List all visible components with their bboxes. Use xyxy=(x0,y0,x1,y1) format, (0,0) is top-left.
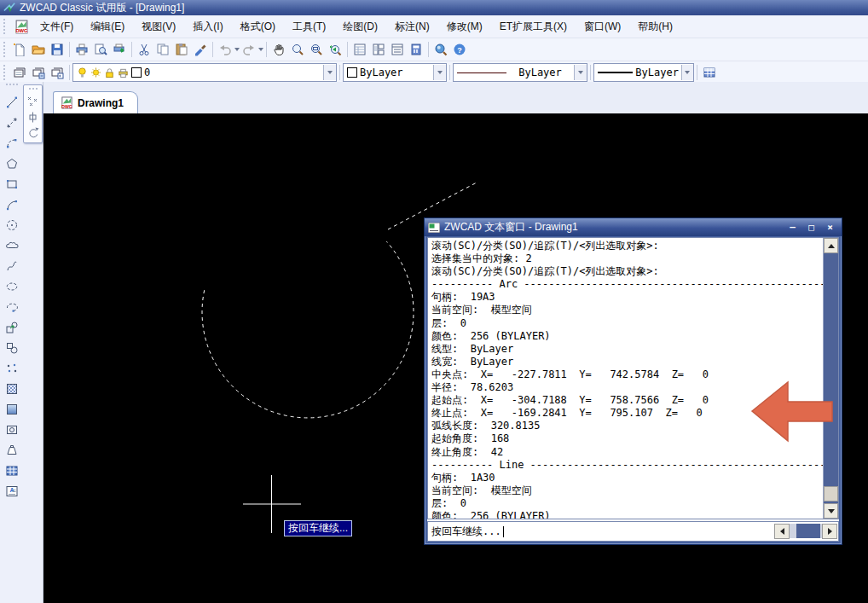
ellipse-icon xyxy=(5,280,19,293)
quick-calculator-button[interactable] xyxy=(407,40,425,59)
print-preview-button[interactable] xyxy=(91,40,110,59)
construction-line-button[interactable] xyxy=(4,115,19,130)
ellipse-button[interactable] xyxy=(4,279,19,293)
cut-button[interactable] xyxy=(135,40,153,59)
menu-insert[interactable]: 插入(I) xyxy=(185,17,230,37)
layer-properties-icon xyxy=(13,66,26,79)
zoom-realtime-button[interactable] xyxy=(288,40,307,59)
print-button[interactable] xyxy=(72,40,91,59)
redo-dropdown[interactable] xyxy=(258,48,263,51)
menu-tools[interactable]: 工具(T) xyxy=(285,17,333,37)
wipeout-button[interactable] xyxy=(4,443,19,457)
linetype-combobox[interactable]: ByLayer xyxy=(453,63,587,82)
line-button[interactable] xyxy=(4,95,19,109)
color-dropdown-button[interactable] xyxy=(433,65,446,80)
table-button[interactable] xyxy=(4,463,19,478)
help-icon: ? xyxy=(453,43,466,56)
tab-drawing1[interactable]: DWG Drawing1 xyxy=(53,91,138,113)
rotate-snap-button[interactable] xyxy=(26,126,39,139)
polygon-button[interactable] xyxy=(4,156,19,171)
insert-block-button[interactable] xyxy=(4,320,19,334)
hatch-button[interactable] xyxy=(4,381,19,396)
layer-properties-button[interactable] xyxy=(10,63,29,82)
design-center-button[interactable] xyxy=(369,40,388,59)
construction-line-icon xyxy=(5,116,19,130)
menu-dimension[interactable]: 标注(N) xyxy=(387,17,437,37)
svg-text:DWG: DWG xyxy=(61,104,72,109)
find-button[interactable] xyxy=(431,40,450,59)
maximize-button[interactable]: □ xyxy=(804,221,819,234)
menu-draw[interactable]: 绘图(D) xyxy=(335,17,385,37)
lineweight-dropdown-button[interactable] xyxy=(681,65,693,80)
gradient-button[interactable] xyxy=(4,402,19,416)
selected-arc-entity[interactable] xyxy=(202,241,414,418)
linetype-dropdown-button[interactable] xyxy=(574,65,587,80)
menu-format[interactable]: 格式(O) xyxy=(233,17,283,37)
minimize-button[interactable]: – xyxy=(785,221,800,234)
publish-button[interactable] xyxy=(110,40,129,59)
zoom-previous-button[interactable] xyxy=(326,40,344,59)
layer-states-button[interactable] xyxy=(29,63,48,82)
midpoint-snap-button[interactable] xyxy=(26,111,39,124)
osnap-button[interactable] xyxy=(26,96,39,108)
point-button[interactable] xyxy=(4,361,19,375)
open-button[interactable] xyxy=(29,40,48,59)
make-block-button[interactable] xyxy=(4,340,19,355)
command-tooltip: 按回车继续... xyxy=(284,520,352,536)
command-input-row[interactable]: 按回车继续... xyxy=(427,521,839,542)
menu-edit[interactable]: 编辑(E) xyxy=(83,17,132,37)
close-button[interactable]: × xyxy=(823,221,837,234)
zoom-window-button[interactable] xyxy=(307,40,326,59)
properties-palette-button[interactable] xyxy=(350,40,369,59)
circle-button[interactable] xyxy=(4,217,19,232)
undo-icon xyxy=(218,43,232,56)
menu-express-tools[interactable]: ET扩展工具(X) xyxy=(492,17,575,37)
scroll-down-button[interactable] xyxy=(824,503,838,519)
tool-palettes-button[interactable] xyxy=(388,40,407,59)
h-scrollbar-thumb[interactable] xyxy=(796,524,820,538)
menu-window[interactable]: 窗口(W) xyxy=(576,17,628,37)
menu-modify[interactable]: 修改(M) xyxy=(439,17,490,37)
new-button[interactable] xyxy=(10,40,29,59)
spline-button[interactable] xyxy=(4,258,19,273)
menu-grip xyxy=(3,19,9,34)
polyline-button[interactable] xyxy=(4,136,19,150)
paste-button[interactable] xyxy=(172,40,191,59)
layer-combobox[interactable]: 0 xyxy=(72,63,337,82)
revision-cloud-button[interactable] xyxy=(4,238,19,252)
help-button[interactable]: ? xyxy=(450,40,469,59)
scroll-right-button[interactable] xyxy=(822,524,837,539)
match-properties-button[interactable] xyxy=(191,40,210,59)
table-style-button[interactable] xyxy=(700,63,719,82)
layer-dropdown-button[interactable] xyxy=(323,65,336,80)
draw-toolbar-grip xyxy=(6,84,18,88)
layer-previous-button[interactable] xyxy=(48,63,67,82)
copy-button[interactable] xyxy=(153,40,172,59)
menu-file[interactable]: 文件(F) xyxy=(32,17,81,37)
undo-button[interactable] xyxy=(216,40,234,59)
save-button[interactable] xyxy=(48,40,67,59)
scroll-up-button[interactable] xyxy=(824,238,838,253)
dwg-document-icon[interactable]: DWG xyxy=(12,17,31,36)
region-icon xyxy=(5,423,19,437)
horizontal-scrollbar[interactable] xyxy=(774,524,837,538)
mtext-button[interactable]: A xyxy=(4,484,19,498)
color-combobox[interactable]: ByLayer xyxy=(343,63,447,82)
arc-button[interactable] xyxy=(4,197,19,212)
design-center-icon xyxy=(372,43,385,56)
linetype-sample xyxy=(457,72,506,73)
scrollbar-thumb[interactable] xyxy=(824,486,838,502)
text-window-titlebar[interactable]: ZWCAD 文本窗口 - Drawing1 – □ × xyxy=(425,218,842,236)
lineweight-combobox[interactable]: ByLayer xyxy=(593,63,694,82)
menu-help[interactable]: 帮助(H) xyxy=(630,17,680,37)
app-logo-icon xyxy=(3,2,15,14)
redo-button[interactable] xyxy=(240,40,258,59)
h-scrollbar-track[interactable] xyxy=(790,524,822,538)
menu-view[interactable]: 视图(V) xyxy=(134,17,183,37)
match-properties-icon xyxy=(194,43,207,56)
region-button[interactable] xyxy=(4,422,19,437)
pan-button[interactable] xyxy=(269,40,288,59)
rectangle-button[interactable] xyxy=(4,177,19,191)
scroll-left-button[interactable] xyxy=(774,524,790,539)
ellipse-arc-button[interactable] xyxy=(4,299,19,314)
